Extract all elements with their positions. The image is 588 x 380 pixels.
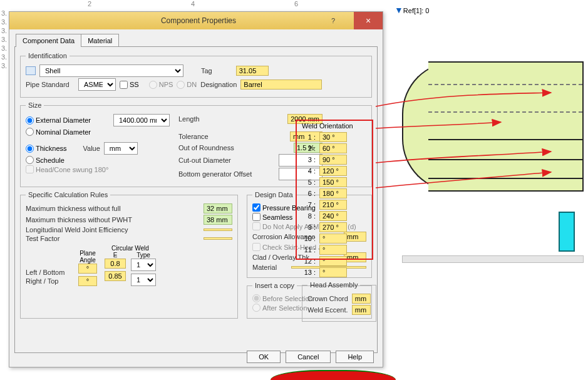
weld-row-num: 3 : [302,156,316,163]
rt-e[interactable]: 0.85 [105,271,126,281]
weld-row-value[interactable]: ° [319,256,347,266]
help-button[interactable]: Help [336,351,374,363]
weld-row: 9 :270 ° [302,222,371,232]
plane-header: Plane [78,250,97,257]
crown-chord-value[interactable]: mm [352,294,371,304]
weld-row: 12 :° [302,256,371,266]
external-diameter-radio[interactable]: External Diameter [26,116,91,125]
weld-row-num: 9 : [302,223,316,231]
rt-angle[interactable]: ° [78,276,97,286]
tab-strip: Component Data Material [16,33,383,46]
diameter-select[interactable]: 1400.000 mm [113,114,170,126]
weld-orientation-group: Weld Orientation 1 :30 °2 :60 °3 :90 °4 … [302,122,371,326]
nozzle [559,212,575,252]
circ-header: Circular Weld [105,245,156,252]
weld-row: 13 :° [302,267,371,277]
lwje-value[interactable] [204,229,232,231]
model-viewport[interactable]: ▼Ref[1]: 0 [395,5,585,377]
titlebar[interactable]: Component Properties ? × [9,12,383,29]
weld-row-num: 4 : [302,167,316,175]
weld-row: 8 :240 ° [302,211,371,221]
ok-button[interactable]: OK [247,351,281,363]
crown-chord-label: Crown Chord [307,295,348,302]
ref-label: ▼Ref[1]: 0 [395,5,429,15]
weld-row-value[interactable]: 240 ° [319,211,347,221]
dn-radio[interactable]: DN [177,81,197,89]
weld-row-value[interactable]: 120 ° [319,166,347,176]
cutout-label: Cut-out Diameter [178,157,231,164]
lb-e[interactable]: 0.8 [105,259,126,269]
tab-component-data[interactable]: Component Data [16,34,81,47]
max-pwht-value[interactable]: 38 mm [204,215,232,225]
swung-checkbox: Head/Cone swung 180° [26,165,108,173]
ss-checkbox[interactable]: SS [120,81,139,89]
weld-row-num: 1 : [302,133,316,141]
weld-orientation-label: Weld Orientation [302,122,371,130]
help-icon[interactable]: ? [324,12,343,29]
weld-row-value[interactable]: ° [319,267,347,277]
weld-row-value[interactable]: 30 ° [319,132,347,142]
weld-row-num: 2 : [302,145,316,152]
max-pwht-label: Maximum thickness without PWHT [26,216,132,223]
schedule-radio[interactable]: Schedule [26,156,64,164]
weld-row: 7 :210 ° [302,200,371,210]
weld-row-value[interactable]: 210 ° [319,200,347,210]
weld-row-value[interactable]: 90 ° [319,155,347,165]
tolerance-label: Tolerance [178,133,209,140]
second-model-peek [271,370,396,380]
weld-row-num: 10 : [302,235,316,242]
lwje-label: Longitudinal Weld Joint Efficiency [26,226,128,234]
dialog-buttons: OK Cancel Help [247,351,374,363]
weld-eccent-label: Weld Eccent. [307,306,348,314]
lb-type-select[interactable]: 1 [131,259,156,271]
weld-row-value[interactable]: 180 ° [319,188,347,198]
weld-eccent-value[interactable]: mm [352,305,371,315]
weld-row: 2 :60 ° [302,143,371,153]
weld-row-value[interactable]: ° [319,234,347,244]
weld-row-value[interactable]: ° [319,245,347,255]
test-factor-value[interactable] [204,237,232,240]
identification-group: Identification Shell Tag 31.05 Pipe Stan… [20,52,372,98]
material-label: Material [252,264,277,271]
component-type-select[interactable]: Shell [39,64,183,77]
shell-icon [26,66,36,75]
lb-angle[interactable]: ° [78,264,97,274]
type-header: Type [131,252,156,259]
row-numbers: 3.3.3. 3.3.3. 3. [1,9,7,70]
weld-row-value[interactable]: 270 ° [319,222,347,232]
designation-value[interactable]: Barrel [240,80,322,90]
left-bottom-label: Left / Bottom [26,269,64,276]
cancel-button[interactable]: Cancel [286,351,331,363]
weld-row-value[interactable]: 150 ° [319,177,347,187]
value-label: Value [83,145,100,152]
weld-row-num: 7 : [302,201,316,208]
value-unit-select[interactable]: mm [104,142,138,155]
clad-label: Clad / Overlay Thk [252,254,309,261]
weld-row: 5 :150 ° [302,177,371,187]
length-label: Length [178,115,200,123]
weld-row-value[interactable]: 60 ° [319,143,347,153]
nps-radio[interactable]: NPS [149,81,173,89]
horizontal-scrollbar[interactable] [402,255,584,263]
designation-label: Designation [200,81,237,88]
weld-row: 11 :° [302,245,371,255]
seamless-checkbox[interactable]: Seamless [252,213,292,221]
weld-row: 3 :90 ° [302,155,371,165]
after-selection-radio[interactable]: After Selection [252,304,307,312]
tab-material[interactable]: Material [81,34,119,47]
weld-row-num: 11 : [302,246,316,254]
max-full-label: Maximum thickness without full [26,205,121,212]
rt-type-select[interactable]: 1 [131,274,156,286]
tag-value[interactable]: 31.05 [236,66,269,76]
vessel-drawing [402,61,584,192]
max-full-value[interactable]: 32 mm [204,203,232,213]
test-factor-label: Test Factor [26,235,59,242]
weld-row: 1 :30 ° [302,132,371,142]
thickness-radio[interactable]: Thickness [26,145,67,153]
bgo-label: Bottom generator Offset [178,170,252,178]
pipe-standard-select[interactable]: ASME [78,78,116,91]
right-top-label: Right / Top [26,277,58,285]
head-assembly-group: Head Assembly Crown Chordmm Weld Eccent.… [302,281,376,322]
close-icon[interactable]: × [354,12,383,29]
nominal-diameter-radio[interactable]: Nominal Diameter [26,128,91,136]
